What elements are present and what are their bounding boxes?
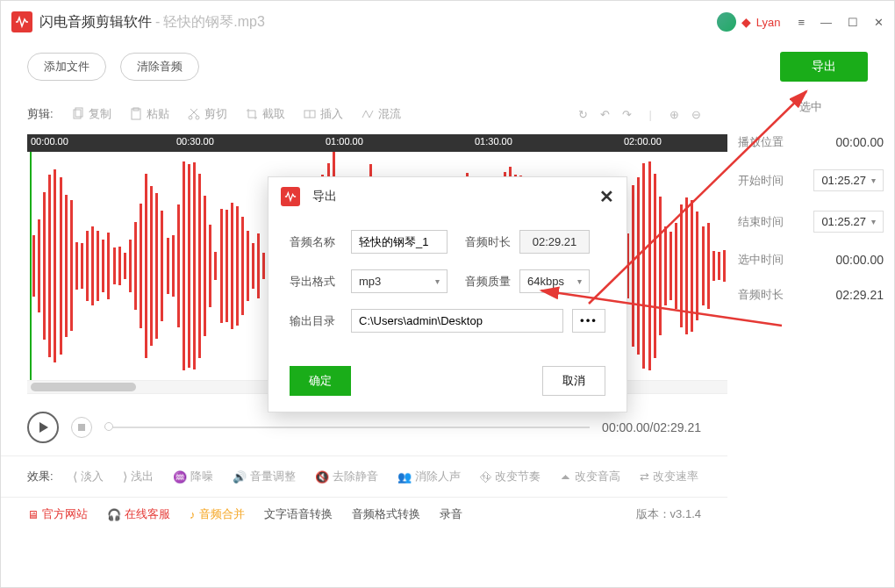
headset-icon: 🎧 [107,508,121,521]
cancel-button[interactable]: 取消 [542,366,605,396]
username: Lyan [756,16,781,29]
maximize-icon[interactable]: ☐ [848,16,858,29]
ok-button[interactable]: 确定 [290,366,351,396]
scroll-thumb[interactable] [31,383,136,391]
quality-label: 音频质量 [465,274,511,290]
ruler-mark: 00:00.00 [31,136,68,147]
ruler-mark: 01:00.00 [326,136,363,147]
merge-icon: ♪ [190,508,196,521]
edit-label: 剪辑: [27,106,54,122]
window-controls: ≡ — ☐ ✕ [798,16,884,29]
slider-handle[interactable] [104,422,113,431]
format-label: 导出格式 [290,274,342,290]
app-icon [11,11,32,32]
export-dialog: 导出 ✕ 音频名称 音频时长 02:29.21 导出格式 mp3▾ 音频质量 6… [268,176,627,412]
duration-row: 音频时长 02:29.21 [738,287,884,303]
end-time-select[interactable]: 01:25.27▾ [813,211,884,233]
support-link[interactable]: 🎧在线客服 [107,506,170,522]
outdir-input[interactable] [351,309,563,333]
effects-label: 效果: [27,469,54,484]
browse-button[interactable]: ••• [572,309,605,333]
svg-marker-10 [39,422,48,433]
file-separator: - [155,14,160,30]
side-title: 选中 [738,99,884,115]
playback-slider[interactable] [104,427,590,428]
titlebar: 闪电音频剪辑软件 - 轻快的钢琴.mp3 ◆ Lyan ≡ — ☐ ✕ [1,1,894,43]
chevron-down-icon: ▾ [871,176,876,185]
svg-point-4 [189,116,192,119]
convert-link[interactable]: 音频格式转换 [352,506,420,522]
dialog-app-icon [281,187,300,206]
svg-point-5 [196,116,199,119]
timeline-ruler[interactable]: 00:00.00 00:30.00 01:00.00 01:30.00 02:0… [27,134,727,152]
remove-silence-button[interactable]: 🔇去除静音 [315,469,378,484]
avatar [717,12,736,32]
ruler-mark: 02:00.00 [624,136,662,147]
user-area[interactable]: ◆ Lyan [717,12,781,32]
volume-button[interactable]: 🔊音量调整 [233,469,296,484]
close-icon[interactable]: ✕ [874,16,884,29]
app-title: 闪电音频剪辑软件 [39,13,152,32]
edit-toolbar: 剪辑: 复制 粘贴 剪切 截取 插入 混流 ↻ ↶ ↷ | ⊕ ⊖ [1,99,727,134]
svg-rect-11 [78,424,85,431]
zoom-out-icon[interactable]: ⊖ [691,108,701,121]
play-button[interactable] [27,412,59,443]
insert-button[interactable]: 插入 [303,106,343,122]
copy-button[interactable]: 复制 [71,106,111,122]
effects-toolbar: 效果: ⟨淡入 ⟩浅出 ♒降噪 🔊音量调整 🔇去除静音 👥消除人声 ⛗改变节奏 … [1,455,727,497]
dialog-close-button[interactable]: ✕ [599,186,614,207]
audio-duration-label: 音频时长 [465,234,511,250]
merge-link[interactable]: ♪音频合并 [190,506,245,522]
remove-vocal-button[interactable]: 👥消除人声 [397,469,461,484]
menu-icon[interactable]: ≡ [798,16,805,29]
dialog-title: 导出 [312,189,337,204]
start-time-row: 开始时间 01:25.27▾ [738,169,884,191]
chevron-down-icon: ▾ [435,276,440,286]
audio-duration-value: 02:29.21 [519,230,590,254]
minimize-icon[interactable]: — [820,16,832,29]
undo-icon[interactable]: ↶ [600,108,610,121]
speed-button[interactable]: ⇄改变速率 [640,469,698,484]
fadein-button[interactable]: ⟨淡入 [73,469,104,484]
audio-name-input[interactable] [351,230,448,254]
selected-time-row: 选中时间 00:00.00 [738,252,884,268]
ruler-mark: 00:30.00 [176,136,214,147]
quality-select[interactable]: 64kbps▾ [519,269,590,293]
pitch-button[interactable]: ⏶改变音高 [560,469,620,484]
action-row: 添加文件 清除音频 导出 [1,43,894,99]
diamond-icon: ◆ [741,15,751,29]
clear-audio-button[interactable]: 清除音频 [120,53,199,81]
chevron-down-icon: ▾ [871,217,876,226]
footer: 🖥官方网站 🎧在线客服 ♪音频合并 文字语音转换 音频格式转换 录音 版本：v3… [1,497,727,531]
record-link[interactable]: 录音 [440,506,462,522]
export-button[interactable]: 导出 [780,52,868,82]
fadeout-button[interactable]: ⟩浅出 [123,469,154,484]
refresh-icon[interactable]: ↻ [578,108,588,121]
tts-link[interactable]: 文字语音转换 [264,506,333,522]
sidebar: 选中 播放位置 00:00.00 开始时间 01:25.27▾ 结束时间 01:… [727,99,894,531]
official-site-link[interactable]: 🖥官方网站 [27,506,88,522]
ruler-mark: 01:30.00 [475,136,512,147]
tempo-button[interactable]: ⛗改变节奏 [480,469,541,484]
crop-button[interactable]: 截取 [245,106,285,122]
monitor-icon: 🖥 [27,508,39,521]
version-label: 版本：v3.1.4 [636,506,701,522]
redo-icon[interactable]: ↷ [622,108,632,121]
zoom-in-icon[interactable]: ⊕ [669,108,679,121]
denoise-button[interactable]: ♒降噪 [173,469,213,484]
mix-button[interactable]: 混流 [361,106,401,122]
add-file-button[interactable]: 添加文件 [27,53,106,81]
play-position-row: 播放位置 00:00.00 [738,134,884,150]
start-time-select[interactable]: 01:25.27▾ [813,169,884,191]
chevron-down-icon: ▾ [577,276,582,286]
dialog-header: 导出 ✕ [268,177,626,216]
paste-button[interactable]: 粘贴 [129,106,169,122]
format-select[interactable]: mp3▾ [351,269,448,293]
audio-name-label: 音频名称 [290,234,342,250]
stop-button[interactable] [71,417,92,438]
outdir-label: 输出目录 [290,313,342,329]
end-time-row: 结束时间 01:25.27▾ [738,211,884,233]
time-readout: 00:00.00/02:29.21 [602,420,701,434]
file-name: 轻快的钢琴.mp3 [163,13,265,32]
cut-button[interactable]: 剪切 [187,106,227,122]
